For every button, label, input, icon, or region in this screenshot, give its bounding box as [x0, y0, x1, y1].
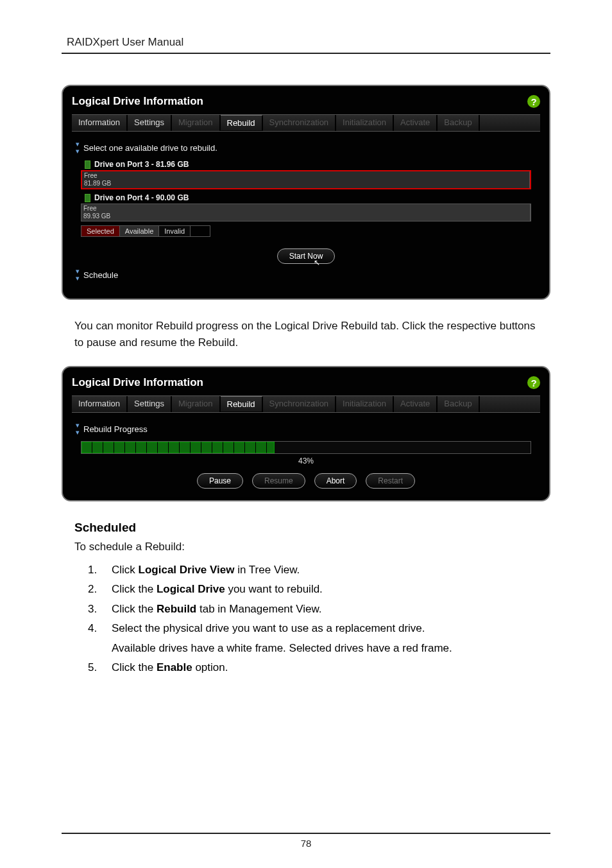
chevron-down-icon: ▾▾ [76, 422, 80, 436]
tab-information[interactable]: Information [72, 396, 128, 412]
tab-synchronization: Synchronization [263, 115, 337, 131]
restart-button: Restart [366, 473, 415, 489]
tab-strip: Information Settings Migration Rebuild S… [72, 395, 540, 413]
tab-activate: Activate [394, 115, 438, 131]
running-header: RAIDXpert User Manual [62, 31, 550, 54]
drive3-label: Drive on Port 3 - 81.96 GB [94, 160, 189, 169]
tab-migration: Migration [172, 396, 220, 412]
tab-rebuild[interactable]: Rebuild [221, 115, 263, 131]
tab-backup: Backup [438, 396, 479, 412]
drive-legend: Selected Available Invalid [81, 225, 210, 237]
cursor-icon: ↖ [314, 258, 320, 267]
help-icon[interactable]: ? [527, 376, 540, 389]
chevron-down-icon: ▾▾ [76, 268, 80, 282]
panel-title: Logical Drive Information [72, 95, 203, 108]
legend-available: Available [120, 226, 159, 236]
schedule-section-label: Schedule [83, 270, 118, 280]
scheduled-intro: To schedule a Rebuild: [74, 539, 538, 555]
tab-settings[interactable]: Settings [128, 396, 172, 412]
drive4-free-size: 89.93 GB [83, 213, 110, 220]
resume-button: Resume [252, 473, 305, 489]
drive3-bar[interactable]: Free 81.89 GB [81, 170, 531, 189]
tab-strip: Information Settings Migration Rebuild S… [72, 114, 540, 132]
scheduled-heading: Scheduled [74, 521, 538, 535]
drive-icon [85, 161, 90, 169]
tab-rebuild[interactable]: Rebuild [221, 396, 263, 412]
scheduled-steps: Click Logical Drive View in Tree View. C… [87, 560, 538, 679]
tab-settings[interactable]: Settings [128, 115, 172, 131]
legend-selected: Selected [81, 226, 120, 236]
step-1: Click Logical Drive View in Tree View. [100, 560, 538, 580]
tab-activate: Activate [394, 396, 438, 412]
ldi-panel-rebuild-select: Logical Drive Information ? Information … [62, 85, 550, 300]
body-paragraph: You can monitor Rebuild progress on the … [74, 318, 538, 351]
progress-fill [81, 442, 275, 453]
progress-bar [81, 441, 531, 454]
help-icon[interactable]: ? [527, 95, 540, 108]
drive-icon [85, 194, 90, 202]
drive4-bar[interactable]: Free 89.93 GB [81, 204, 531, 221]
drive3-free-size: 81.89 GB [84, 180, 111, 187]
tab-initialization: Initialization [336, 115, 394, 131]
rebuild-progress-label: Rebuild Progress [83, 424, 148, 434]
tab-backup: Backup [438, 115, 479, 131]
panel-title: Logical Drive Information [72, 376, 203, 389]
start-now-button[interactable]: Start Now ↖ [277, 248, 336, 264]
legend-invalid: Invalid [159, 226, 191, 236]
select-drive-prompt: Select one available drive to rebuild. [83, 143, 217, 153]
tab-information[interactable]: Information [72, 115, 128, 131]
pause-button[interactable]: Pause [197, 473, 243, 489]
chevron-down-icon: ▾▾ [76, 141, 80, 155]
step-4: Select the physical drive you want to us… [100, 619, 538, 658]
step-3: Click the Rebuild tab in Management View… [100, 600, 538, 620]
step-2: Click the Logical Drive you want to rebu… [100, 580, 538, 600]
tab-synchronization: Synchronization [263, 396, 337, 412]
abort-button[interactable]: Abort [314, 473, 357, 489]
drive4-free-label: Free [83, 205, 97, 212]
tab-migration: Migration [172, 115, 220, 131]
tab-initialization: Initialization [336, 396, 394, 412]
page-number: 78 [301, 838, 312, 849]
ldi-panel-rebuild-progress: Logical Drive Information ? Information … [62, 366, 550, 501]
drive3-free-label: Free [84, 172, 98, 179]
step-5: Click the Enable option. [100, 658, 538, 678]
drive4-label: Drive on Port 4 - 90.00 GB [94, 193, 189, 202]
progress-percent: 43% [81, 456, 531, 465]
